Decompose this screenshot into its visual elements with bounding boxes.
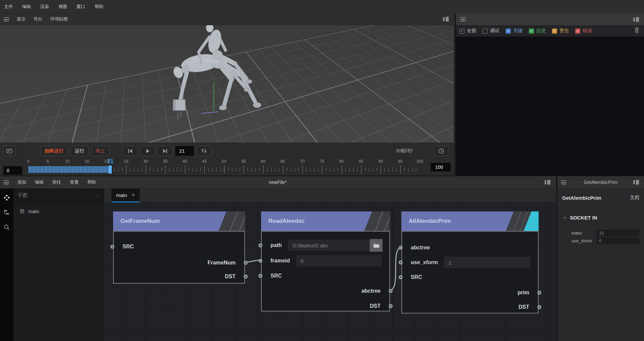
filter-debug-checkbox[interactable]: 调试 (483, 28, 499, 34)
input-row-src: SRC (114, 242, 244, 252)
screenshot-button[interactable] (3, 146, 15, 156)
menu-render[interactable]: 渲染 (40, 4, 49, 10)
output-socket-dst[interactable] (244, 275, 248, 279)
node-getframenum[interactable]: GetFrameNum SRC FrameNum DST (113, 211, 245, 284)
menu-window[interactable]: 窗口 (77, 4, 85, 10)
skip-to-start-button[interactable] (122, 146, 138, 156)
tick-label: 40 (183, 159, 187, 164)
played-range-bar (28, 166, 110, 173)
menu-add[interactable]: 添加 (17, 179, 26, 185)
checkbox-icon[interactable] (483, 29, 488, 34)
input-socket-usexform[interactable] (399, 260, 403, 264)
output-socket-framenum[interactable] (244, 261, 248, 265)
search-icon[interactable] (3, 224, 10, 231)
tick-label: 15 (85, 159, 89, 164)
log-output-area[interactable] (456, 37, 644, 176)
input-socket-src[interactable] (258, 274, 262, 278)
checkbox-icon[interactable] (459, 29, 464, 34)
tick-label: 50 (222, 159, 227, 164)
subgraph-more-button[interactable]: ··· (93, 193, 100, 198)
checkbox-icon[interactable] (529, 29, 534, 34)
node-body[interactable]: SRC FrameNum DST (113, 231, 245, 284)
loop-button[interactable] (196, 146, 212, 156)
toolbar-display[interactable]: 显示 (17, 16, 26, 22)
run-button[interactable]: 运行 (70, 146, 89, 156)
index-value-field[interactable]: 15 (596, 230, 639, 236)
playhead[interactable] (109, 165, 112, 174)
menu-goto[interactable]: 前往 (52, 179, 61, 185)
editor-panel-controls-icon[interactable] (545, 180, 551, 185)
frameid-field[interactable]: 0 (296, 255, 382, 266)
output-socket-abctree[interactable] (389, 289, 393, 293)
tab-close-icon[interactable]: × (132, 192, 135, 198)
clear-log-trash-icon[interactable] (634, 27, 639, 33)
ruler-track[interactable] (28, 165, 420, 174)
input-row-usexform: use_xform 1 (402, 257, 538, 268)
toolbar-export[interactable]: 导出 (34, 16, 42, 22)
node-title: ReadAlembic (268, 218, 305, 225)
node-allalembicprim[interactable]: AllAlembicPrim abctree use_xform 1 (401, 211, 539, 313)
timeline-ruler[interactable]: 0 0 5 10 15 20 25 30 35 40 45 50 55 60 6… (0, 158, 454, 176)
tab-main[interactable]: main × (111, 189, 140, 202)
filter-error-checkbox[interactable]: 错误 (575, 28, 592, 34)
skip-to-end-button[interactable] (157, 146, 173, 156)
menu-help[interactable]: 帮助 (95, 4, 103, 10)
checkbox-icon[interactable] (506, 29, 511, 34)
node-tree-icon[interactable] (3, 209, 10, 216)
range-end-input[interactable]: 100 (431, 163, 451, 172)
subgraph-item-main[interactable]: main (13, 205, 104, 217)
node-editor-panel: 添加 编辑 前往 查看 帮助 newFile* (0, 176, 555, 341)
subgraph-header: 子图 ··· (13, 189, 104, 203)
output-socket-prim[interactable] (537, 291, 541, 295)
subgraph-panel: 子图 ··· main (13, 189, 104, 341)
browse-file-button[interactable] (370, 239, 383, 252)
node-body[interactable]: path D:/dadou02.abc frameid 0 (261, 231, 390, 311)
output-socket-dst[interactable] (537, 305, 541, 309)
current-frame-input[interactable]: 21 (175, 146, 194, 156)
node-readalembic[interactable]: ReadAlembic path D:/dadou02.abc (261, 211, 390, 311)
viewport-3d-view[interactable] (0, 25, 454, 143)
log-panel-controls-icon[interactable] (633, 17, 639, 22)
filter-critical-checkbox[interactable]: 关键 (506, 28, 523, 34)
menu-edit[interactable]: 编辑 (22, 4, 31, 10)
menu-edit-graph[interactable]: 编辑 (35, 179, 44, 185)
input-socket-frameid[interactable] (258, 259, 262, 263)
usexform-field[interactable]: 1 (444, 257, 531, 268)
menu-view-graph[interactable]: 查看 (70, 179, 79, 185)
param-row-index: index 15 (557, 229, 644, 237)
input-socket-src[interactable] (110, 245, 114, 249)
filter-info-checkbox[interactable]: 信息 (529, 28, 546, 34)
kill-button[interactable]: 终止 (91, 146, 109, 156)
input-socket-abctree[interactable] (399, 246, 403, 250)
node-graph-canvas[interactable]: GetFrameNum SRC FrameNum DST (104, 202, 555, 341)
output-row-framenum: FrameNum (114, 258, 244, 268)
output-socket-dst[interactable] (389, 304, 393, 308)
range-start-input[interactable]: 0 (3, 166, 22, 175)
node-header[interactable]: ReadAlembic (261, 211, 390, 231)
play-button[interactable] (140, 146, 155, 156)
input-socket-path[interactable] (258, 243, 262, 247)
filter-warning-checkbox[interactable]: 警告 (552, 28, 569, 34)
doc-link[interactable]: 文档 (630, 195, 639, 201)
checkbox-icon[interactable] (552, 29, 557, 34)
menu-view[interactable]: 视图 (58, 4, 67, 10)
filter-all-checkbox[interactable]: 全部 (459, 28, 476, 34)
toolbar-envmap[interactable]: 环境贴图 (50, 16, 68, 22)
node-header[interactable]: GetFrameNum (113, 211, 245, 231)
menu-file[interactable]: 文件 (4, 4, 13, 10)
socket-in-section-header[interactable]: ▼ SOCKET IN (557, 215, 644, 221)
node-body[interactable]: abctree use_xform 1 SRC prim (401, 231, 539, 313)
always-run-button[interactable]: 始终运行 (40, 146, 68, 156)
tab-label: main (116, 192, 127, 198)
input-socket-src[interactable] (399, 275, 403, 279)
viewport-panel-icon (3, 17, 9, 21)
usexform-value-field[interactable]: 0 (596, 237, 639, 244)
node-header[interactable]: AllAlembicPrim (401, 211, 539, 231)
menu-help-graph[interactable]: 帮助 (87, 179, 96, 185)
subgraph-list-icon[interactable] (3, 194, 10, 201)
fps-clock-button[interactable] (434, 146, 449, 156)
checkbox-icon[interactable] (575, 29, 580, 34)
properties-panel-controls-icon[interactable] (633, 180, 639, 185)
viewport-panel-controls-icon[interactable] (443, 17, 449, 21)
path-field[interactable]: D:/dadou02.abc (288, 240, 370, 251)
